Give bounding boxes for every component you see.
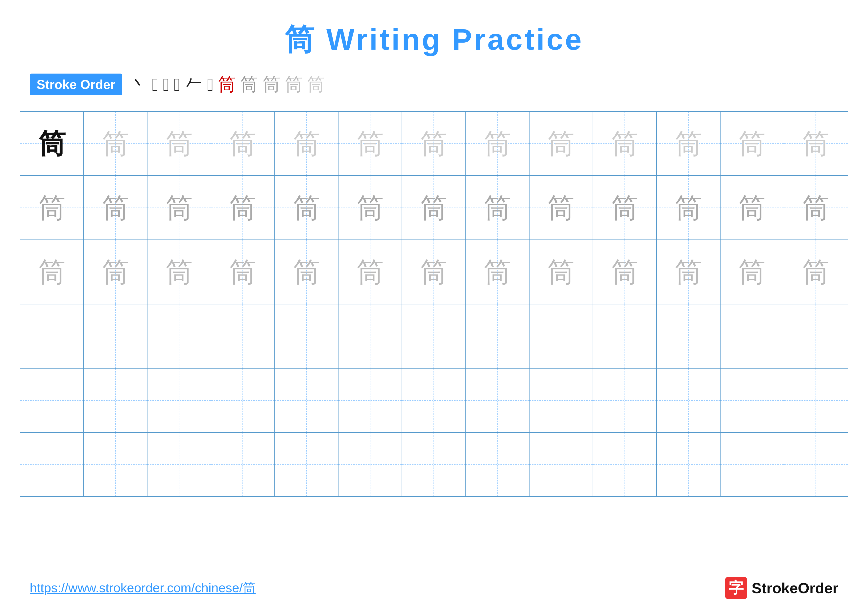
- cell-4-10[interactable]: [593, 305, 657, 368]
- strokeorder-logo-icon: 字: [725, 577, 747, 599]
- cell-6-4[interactable]: [211, 433, 275, 496]
- cell-5-8[interactable]: [466, 368, 530, 432]
- footer-logo: 字 StrokeOrder: [725, 577, 838, 599]
- cell-5-5[interactable]: [275, 368, 338, 432]
- footer-url[interactable]: https://www.strokeorder.com/chinese/筒: [30, 579, 256, 597]
- cell-5-11[interactable]: [657, 368, 720, 432]
- cell-2-2[interactable]: 筒: [84, 176, 147, 239]
- cell-4-9[interactable]: [530, 305, 593, 368]
- cell-1-10[interactable]: 筒: [593, 112, 657, 176]
- cell-3-8[interactable]: 筒: [466, 240, 530, 304]
- stroke-step-1: 丶: [130, 73, 147, 96]
- cell-5-4[interactable]: [211, 368, 275, 432]
- cell-3-13[interactable]: 筒: [784, 240, 848, 304]
- cell-6-5[interactable]: [275, 433, 338, 496]
- cell-2-4[interactable]: 筒: [211, 176, 275, 239]
- cell-1-7[interactable]: 筒: [402, 112, 466, 176]
- cell-6-1[interactable]: [20, 433, 84, 496]
- cell-3-3[interactable]: 筒: [147, 240, 211, 304]
- grid-row-6: [20, 433, 848, 496]
- footer: https://www.strokeorder.com/chinese/筒 字 …: [0, 577, 868, 599]
- cell-2-12[interactable]: 筒: [721, 176, 784, 239]
- cell-5-9[interactable]: [530, 368, 593, 432]
- cell-4-12[interactable]: [721, 305, 784, 368]
- cell-2-6[interactable]: 筒: [338, 176, 402, 239]
- cell-4-11[interactable]: [657, 305, 720, 368]
- cell-6-3[interactable]: [147, 433, 211, 496]
- cell-3-11[interactable]: 筒: [657, 240, 720, 304]
- cell-1-13[interactable]: 筒: [784, 112, 848, 176]
- cell-1-6[interactable]: 筒: [338, 112, 402, 176]
- cell-6-7[interactable]: [402, 433, 466, 496]
- cell-6-9[interactable]: [530, 433, 593, 496]
- cell-2-8[interactable]: 筒: [466, 176, 530, 239]
- page-title: 筒 Writing Practice: [0, 0, 868, 60]
- cell-3-5[interactable]: 筒: [275, 240, 338, 304]
- cell-5-1[interactable]: [20, 368, 84, 432]
- cell-3-2[interactable]: 筒: [84, 240, 147, 304]
- cell-3-4[interactable]: 筒: [211, 240, 275, 304]
- cell-4-1[interactable]: [20, 305, 84, 368]
- cell-2-10[interactable]: 筒: [593, 176, 657, 239]
- cell-6-12[interactable]: [721, 433, 784, 496]
- cell-5-2[interactable]: [84, 368, 147, 432]
- cell-3-12[interactable]: 筒: [721, 240, 784, 304]
- cell-3-10[interactable]: 筒: [593, 240, 657, 304]
- grid-row-3: 筒 筒 筒 筒 筒 筒 筒 筒 筒 筒 筒 筒 筒: [20, 240, 848, 304]
- cell-6-13[interactable]: [784, 433, 848, 496]
- cell-5-10[interactable]: [593, 368, 657, 432]
- cell-6-8[interactable]: [466, 433, 530, 496]
- logo-char: 字: [729, 578, 744, 598]
- cell-4-8[interactable]: [466, 305, 530, 368]
- cell-4-4[interactable]: [211, 305, 275, 368]
- stroke-step-11: 筒: [307, 73, 325, 96]
- cell-6-11[interactable]: [657, 433, 720, 496]
- cell-6-6[interactable]: [338, 433, 402, 496]
- cell-3-9[interactable]: 筒: [530, 240, 593, 304]
- cell-4-7[interactable]: [402, 305, 466, 368]
- cell-6-2[interactable]: [84, 433, 147, 496]
- cell-2-11[interactable]: 筒: [657, 176, 720, 239]
- stroke-step-4: 𠂈: [174, 74, 180, 95]
- cell-3-7[interactable]: 筒: [402, 240, 466, 304]
- stroke-step-5: 𠂉: [185, 74, 203, 95]
- cell-2-7[interactable]: 筒: [402, 176, 466, 239]
- cell-1-11[interactable]: 筒: [657, 112, 720, 176]
- stroke-steps: 丶 𠃌 𠂇 𠂈 𠂉 𠄌 筒 筒 筒 筒 筒: [130, 73, 325, 96]
- cell-4-6[interactable]: [338, 305, 402, 368]
- cell-1-8[interactable]: 筒: [466, 112, 530, 176]
- cell-1-3[interactable]: 筒: [147, 112, 211, 176]
- grid-row-2: 筒 筒 筒 筒 筒 筒 筒 筒 筒 筒 筒 筒 筒: [20, 176, 848, 240]
- footer-logo-text: StrokeOrder: [752, 580, 838, 597]
- cell-2-1[interactable]: 筒: [20, 176, 84, 239]
- stroke-step-7: 筒: [218, 73, 236, 96]
- practice-grid: 筒 筒 筒 筒 筒 筒 筒 筒 筒 筒 筒 筒 筒 筒 筒 筒 筒 筒 筒 筒 …: [20, 111, 848, 497]
- cell-1-1[interactable]: 筒: [20, 112, 84, 176]
- stroke-step-8: 筒: [240, 73, 258, 96]
- cell-2-9[interactable]: 筒: [530, 176, 593, 239]
- cell-1-5[interactable]: 筒: [275, 112, 338, 176]
- cell-5-6[interactable]: [338, 368, 402, 432]
- cell-4-2[interactable]: [84, 305, 147, 368]
- cell-5-13[interactable]: [784, 368, 848, 432]
- cell-6-10[interactable]: [593, 433, 657, 496]
- stroke-step-3: 𠂇: [163, 74, 169, 95]
- cell-4-13[interactable]: [784, 305, 848, 368]
- cell-2-3[interactable]: 筒: [147, 176, 211, 239]
- cell-1-4[interactable]: 筒: [211, 112, 275, 176]
- cell-1-9[interactable]: 筒: [530, 112, 593, 176]
- cell-1-12[interactable]: 筒: [721, 112, 784, 176]
- grid-row-1: 筒 筒 筒 筒 筒 筒 筒 筒 筒 筒 筒 筒 筒: [20, 112, 848, 176]
- cell-5-7[interactable]: [402, 368, 466, 432]
- cell-4-3[interactable]: [147, 305, 211, 368]
- cell-3-1[interactable]: 筒: [20, 240, 84, 304]
- stroke-order-row: Stroke Order 丶 𠃌 𠂇 𠂈 𠂉 𠄌 筒 筒 筒 筒 筒: [0, 60, 868, 104]
- cell-1-2[interactable]: 筒: [84, 112, 147, 176]
- stroke-order-badge: Stroke Order: [30, 73, 122, 95]
- cell-5-12[interactable]: [721, 368, 784, 432]
- cell-2-5[interactable]: 筒: [275, 176, 338, 239]
- cell-2-13[interactable]: 筒: [784, 176, 848, 239]
- cell-5-3[interactable]: [147, 368, 211, 432]
- cell-3-6[interactable]: 筒: [338, 240, 402, 304]
- cell-4-5[interactable]: [275, 305, 338, 368]
